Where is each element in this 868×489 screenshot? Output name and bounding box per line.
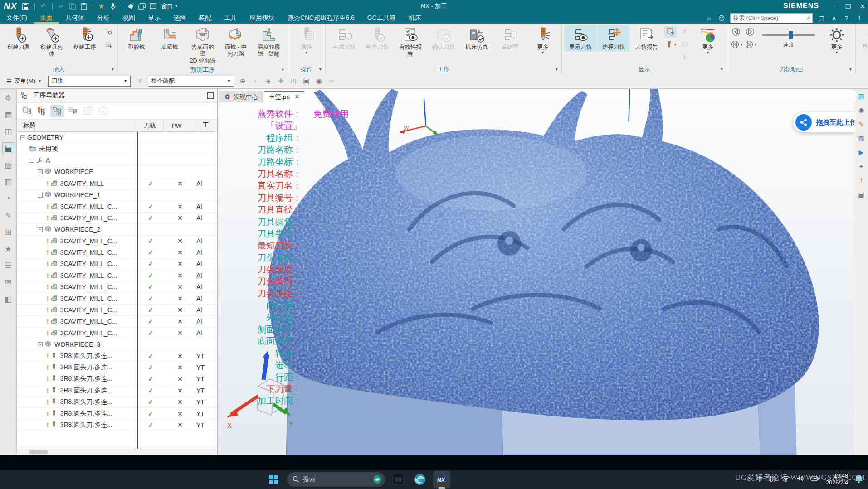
navigator-row-3CAVITY_MILL_C...[interactable]: !3CAVITY_MILL_C...✓✕Al (17, 293, 217, 304)
ribbon-button-显示IPW[interactable]: 显示 IPW▾ (858, 25, 868, 55)
taskbar-clock[interactable]: 19:48 2026/2/4 (826, 473, 848, 486)
navigator-row-3CAVITY_MILL_C...[interactable]: !3CAVITY_MILL_C...✓✕Al (17, 270, 217, 281)
group-dialog-launcher[interactable]: ▼ (111, 67, 115, 72)
select-within-icon[interactable]: ⌖ (250, 76, 260, 86)
help-icon[interactable]: ? (843, 15, 851, 22)
constraint-navigator-icon[interactable]: ◫ (3, 126, 14, 137)
ime-language-button[interactable]: 中 (756, 475, 763, 484)
ribbon-tab-应用模块[interactable]: 应用模块 (243, 12, 281, 24)
play-forward-button[interactable] (744, 26, 756, 38)
snap-filter-icon[interactable]: ⊕ (238, 76, 248, 86)
window-cascade-icon[interactable] (138, 2, 146, 10)
close-button[interactable]: ✕ (860, 3, 865, 10)
machining-method-view-icon[interactable] (66, 105, 79, 117)
undock-panel-button[interactable] (207, 92, 214, 99)
ribbon-tab-工具[interactable]: 工具 (218, 12, 243, 24)
cut-icon[interactable]: ✂ (57, 2, 65, 10)
navigator-row-WORKPIECE_3[interactable]: −WORKPIECE_3 (17, 339, 217, 350)
navigator-row-3CAVITY_MILL_C...[interactable]: !3CAVITY_MILL_C...✓✕Al (17, 201, 217, 212)
paste-icon[interactable] (80, 2, 88, 10)
navigator-row-3CAVITY_MILL_C...[interactable]: !3CAVITY_MILL_C...✓✕Al (17, 258, 217, 270)
window-new-icon[interactable] (149, 2, 157, 10)
touch-mode-icon[interactable] (127, 2, 135, 10)
type-filter-dropdown[interactable]: 刀轨 ▼ (48, 76, 131, 87)
alert-badge-icon[interactable]: ! (857, 176, 866, 185)
navigator-row-3CAVITY_MILL[interactable]: !3CAVITY_MILL✓✕Al (17, 178, 217, 189)
mcs-display-icon[interactable]: ▣ (301, 76, 311, 86)
sketch-pencil-icon[interactable]: ✎ (857, 120, 866, 129)
group-dialog-launcher[interactable]: ▼ (281, 68, 285, 72)
ribbon-button-更多[interactable]: 更多▾ (527, 25, 559, 55)
copy-icon[interactable] (68, 2, 77, 10)
ribbon-tab-主页[interactable]: 主页 (34, 12, 59, 24)
navigator-row-3CAVITY_MILL_C...[interactable]: !3CAVITY_MILL_C...✓✕Al (17, 213, 217, 224)
save-icon[interactable] (22, 2, 30, 10)
view-orientation-triad[interactable]: X Y (220, 351, 302, 441)
overlay-dimension-button[interactable] (664, 26, 677, 38)
minimize-button[interactable]: – (833, 3, 836, 10)
ribbon-tab-视图[interactable]: 视图 (116, 12, 141, 24)
expand-collapse-toggle[interactable]: − (38, 193, 43, 198)
expand-collapse-toggle[interactable]: − (38, 169, 43, 174)
column-ipw[interactable]: IPW (164, 120, 196, 131)
layers-panel-icon[interactable]: ▤ (857, 190, 866, 199)
frown-icon[interactable]: ☹ (717, 15, 726, 22)
filter-funnel-icon[interactable]: ⧩ (134, 76, 144, 86)
tray-chevron-icon[interactable]: ^ (747, 476, 751, 483)
search-icon[interactable]: ⌕ (807, 14, 811, 22)
smile-icon[interactable]: ☺ (705, 15, 713, 22)
notification-bell-icon[interactable] (854, 474, 863, 485)
ribbon-button-机床仿真[interactable]: 机床仿真 (460, 25, 493, 52)
navigator-row-3CAVITY_MILL_C...[interactable]: !3CAVITY_MILL_C...✓✕Al (17, 305, 217, 316)
wcs-triad[interactable]: W (390, 97, 454, 147)
ribbon-tab-文件(F)[interactable]: 文件(F) (0, 12, 34, 24)
navigator-row-3CAVITY_MILL_C...[interactable]: !3CAVITY_MILL_C...✓✕Al (17, 247, 217, 258)
column-title[interactable]: 标题 (17, 120, 137, 131)
navigator-row-3R8.圆头刀.多连...[interactable]: !3R8.圆头刀.多连...✓✕YT (17, 373, 217, 385)
ribbon-button-深度轮廓铣-陡峭[interactable]: 深度轮廓 铣 - 陡峭 (253, 25, 285, 58)
navigator-row-3CAVITY_MILL_C...[interactable]: !3CAVITY_MILL_C...✓✕Al (17, 328, 217, 339)
navigator-row-3R8.圆头刀.多连...[interactable]: !3R8.圆头刀.多连...✓✕YT (17, 362, 217, 373)
delete-group-icon[interactable] (97, 105, 110, 117)
create-feature-small-button[interactable] (102, 26, 115, 38)
visual-reports-icon[interactable]: ◔ (3, 193, 14, 204)
operation-navigator-icon[interactable]: ▤ (3, 143, 14, 154)
skip-to-end-button[interactable]: ▾ (744, 39, 756, 50)
volume-icon[interactable] (796, 475, 804, 484)
taskbar-search[interactable]: 搜索 (287, 472, 385, 487)
roles-gear-icon[interactable]: ⚙ (3, 92, 14, 103)
ribbon-button-刀轨报告[interactable]: 刀轨报告 (630, 25, 663, 52)
navigator-row-3R8.圆头刀.多连...[interactable]: !3R8.圆头刀.多连...✓✕YT (17, 385, 217, 397)
alert-icon[interactable]: ! (855, 15, 863, 22)
slider-thumb[interactable] (789, 31, 793, 39)
close-tab-icon[interactable]: ✕ (295, 93, 300, 100)
skip-to-start-button[interactable]: ▾ (730, 39, 742, 50)
arrow-down-button[interactable] (678, 51, 691, 63)
edge-icon[interactable] (411, 471, 429, 488)
play-backward-button[interactable] (730, 26, 742, 38)
navigator-row-WORKPIECE_2[interactable]: −WORKPIECE_2 (17, 224, 217, 235)
window-menu-button[interactable]: 窗口▼ (161, 2, 178, 10)
ribbon-button-创建工序[interactable]: 创建工序 (68, 25, 101, 52)
ribbon-button-有效性报告[interactable]: 有效性报告 (394, 25, 427, 58)
battery-icon[interactable] (810, 475, 819, 484)
minimize-ribbon-icon[interactable]: ∧ (830, 15, 838, 22)
visual-report-icon[interactable]: ▥ (857, 92, 866, 101)
ribbon-button-确认刀轨[interactable]: 确认刀轨 (427, 25, 460, 52)
geometry-view-icon[interactable] (50, 105, 64, 117)
navigator-row-未用项[interactable]: 未用项 (17, 143, 217, 155)
program-order-view-icon[interactable] (20, 105, 33, 117)
slider-track[interactable] (762, 34, 815, 36)
ribbon-button-后处理[interactable]: 后处理 (493, 25, 526, 52)
color-palette-icon[interactable]: ✉ (3, 277, 14, 288)
ribbon-tab-装配[interactable]: 装配 (192, 12, 218, 24)
ribbon-tab-几何体[interactable]: 几何体 (59, 12, 91, 24)
ribbon-button-面铣-中间刀路[interactable]: 面铣 - 中 间刀路 (219, 25, 252, 58)
section-clip-icon[interactable]: ✂ (327, 76, 336, 86)
part-navigator-icon[interactable]: ▧ (3, 160, 14, 170)
ribbon-button-显示刀轨[interactable]: 显示刀轨 (564, 25, 597, 52)
create-group-icon[interactable] (81, 105, 95, 117)
column-tool[interactable]: 工 (196, 120, 217, 131)
arrow-up-button[interactable] (678, 26, 691, 38)
ribbon-button-含底面的壁2D轮廓铣[interactable]: 含底面的壁 2D 轮廓铣 (186, 25, 219, 65)
